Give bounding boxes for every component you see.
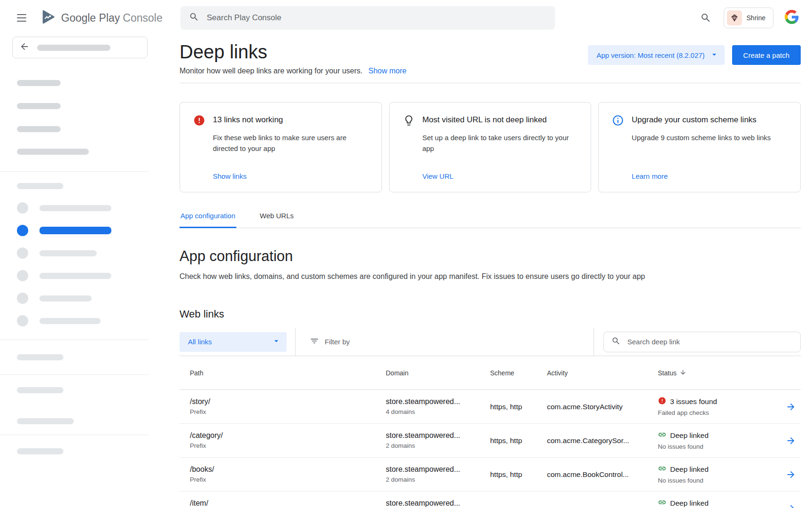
card-body: Set up a deep link to take users directl…	[422, 133, 578, 154]
table-row[interactable]: /category/ Prefix store.steampowered... …	[180, 424, 801, 458]
chevron-down-icon	[272, 336, 281, 347]
domain-count: 2 domains	[386, 476, 490, 484]
menu-icon[interactable]	[14, 11, 29, 24]
active-dot	[17, 225, 28, 236]
show-links-link[interactable]: Show links	[213, 172, 368, 180]
row-detail-arrow[interactable]	[783, 435, 802, 446]
web-links-toolbar: All links Filter by	[180, 328, 801, 356]
domain-value: store.steampowered...	[386, 431, 490, 440]
back-button[interactable]	[12, 37, 148, 58]
main-content: Deep links Monitor how well deep links a…	[149, 36, 812, 508]
path-type: Prefix	[190, 476, 386, 484]
show-more-link[interactable]: Show more	[368, 67, 406, 75]
section-title: App configuration	[180, 248, 801, 265]
app-switcher-chip[interactable]: Shrine	[724, 8, 773, 28]
page-subtitle: Monitor how well deep links are working …	[180, 67, 406, 75]
sort-descending-icon	[679, 369, 687, 377]
card-title: 13 links not working	[213, 114, 283, 125]
path-type: Prefix	[190, 408, 386, 416]
row-detail-arrow[interactable]	[783, 503, 802, 508]
activity-value: com.acme.BookControl...	[547, 470, 658, 479]
column-header-scheme: Scheme	[490, 369, 547, 377]
status-label: Deep linked	[670, 431, 709, 440]
info-icon	[612, 114, 624, 127]
domain-count: 4 domains	[386, 408, 490, 416]
skeleton-bar	[39, 318, 101, 324]
table-row[interactable]: /story/ Prefix store.steampowered... 4 d…	[180, 390, 801, 424]
skeleton-bar	[17, 183, 63, 189]
deep-link-search-box[interactable]	[603, 332, 801, 352]
skeleton-bar	[39, 295, 92, 302]
domain-value: store.steampowered...	[386, 499, 490, 508]
card-title: Most visited URL is not deep linked	[422, 114, 547, 125]
console-search-bar[interactable]	[180, 6, 555, 30]
card-body: Upgrade 9 custom scheme links to web lin…	[632, 133, 787, 143]
section-description: Check how web links, domains, and custom…	[180, 272, 801, 281]
table-row[interactable]: /item/ store.steampowered... Deep linked	[180, 492, 801, 508]
scheme-value: https, http	[490, 437, 547, 445]
column-header-path: Path	[180, 369, 386, 377]
console-search-input[interactable]	[206, 13, 547, 23]
toolbar-divider	[593, 328, 594, 356]
sidebar-item[interactable]	[17, 202, 149, 214]
search-icon	[611, 336, 621, 348]
sidebar-skeleton-group	[17, 80, 149, 155]
sidebar	[0, 36, 149, 508]
error-icon	[193, 114, 205, 127]
shrine-diamond-icon	[727, 10, 742, 25]
status-header-label: Status	[658, 369, 677, 377]
filter-by-label: Filter by	[325, 338, 350, 346]
skeleton-bar	[17, 126, 61, 132]
status-label: 3 issues found	[670, 397, 717, 406]
create-patch-button[interactable]: Create a patch	[732, 45, 801, 65]
tab-app-configuration[interactable]: App configuration	[180, 205, 236, 228]
sidebar-item[interactable]	[17, 293, 149, 304]
skeleton-circle	[17, 202, 28, 214]
table-header: Path Domain Scheme Activity Status	[180, 356, 801, 390]
status-detail: Failed app checks	[658, 409, 783, 417]
path-type: Prefix	[190, 442, 386, 450]
app-chip-label: Shrine	[747, 14, 765, 22]
play-triangle-icon	[40, 9, 56, 27]
activity-value: com.acme.CategorySor...	[547, 437, 658, 445]
search-icon-button[interactable]	[699, 11, 712, 24]
column-header-status[interactable]: Status	[658, 369, 783, 377]
subtitle-text: Monitor how well deep links are working …	[180, 67, 363, 75]
skeleton-bar	[39, 250, 97, 256]
skeleton-circle	[17, 293, 28, 304]
sidebar-divider	[0, 171, 149, 172]
deep-link-search-input[interactable]	[626, 337, 793, 346]
row-detail-arrow[interactable]	[783, 469, 802, 480]
topbar-left: Google PlayConsole	[0, 9, 149, 27]
sidebar-item[interactable]	[17, 247, 149, 259]
learn-more-link[interactable]: Learn more	[632, 172, 787, 180]
view-url-link[interactable]: View URL	[422, 172, 578, 180]
page-actions: App version: Most recent (8.2.027) Creat…	[588, 45, 801, 65]
app-version-dropdown[interactable]: App version: Most recent (8.2.027)	[588, 45, 724, 65]
sidebar-nav-skeleton	[0, 202, 149, 326]
links-filter-dropdown[interactable]: All links	[180, 332, 287, 352]
card-title: Upgrade your custom scheme links	[632, 114, 757, 125]
back-arrow-icon	[19, 41, 30, 54]
tab-web-urls[interactable]: Web URLs	[259, 205, 295, 228]
skeleton-bar	[37, 45, 110, 51]
sidebar-item[interactable]	[17, 315, 149, 326]
status-label: Deep linked	[670, 499, 709, 508]
skeleton-bar	[17, 354, 63, 360]
skeleton-bar	[17, 448, 63, 454]
skeleton-circle	[17, 315, 28, 326]
toolbar-divider	[295, 328, 296, 356]
status-detail: No issues found	[658, 477, 783, 484]
table-row[interactable]: /books/ Prefix store.steampowered... 2 d…	[180, 458, 801, 492]
skeleton-bar	[17, 149, 89, 155]
play-console-logo: Google PlayConsole	[40, 9, 163, 27]
skeleton-bar	[17, 80, 61, 86]
sidebar-item[interactable]	[17, 270, 149, 281]
filter-by-button[interactable]: Filter by	[307, 336, 352, 348]
skeleton-bar	[17, 387, 63, 393]
topbar: Google PlayConsole Shrine	[0, 0, 812, 36]
sidebar-item-active[interactable]	[17, 225, 149, 236]
activity-value: com.acme.StoryActivity	[547, 403, 658, 411]
skeleton-circle	[17, 270, 28, 281]
row-detail-arrow[interactable]	[783, 401, 802, 413]
